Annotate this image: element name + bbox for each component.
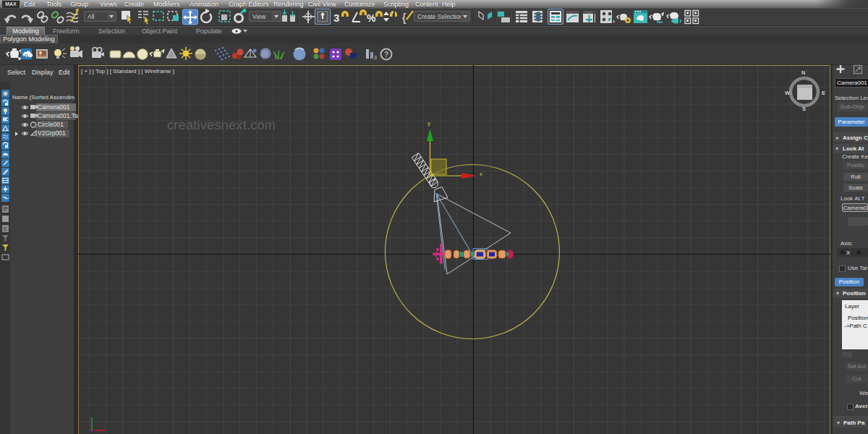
svg-text:E: E — [4, 226, 7, 231]
